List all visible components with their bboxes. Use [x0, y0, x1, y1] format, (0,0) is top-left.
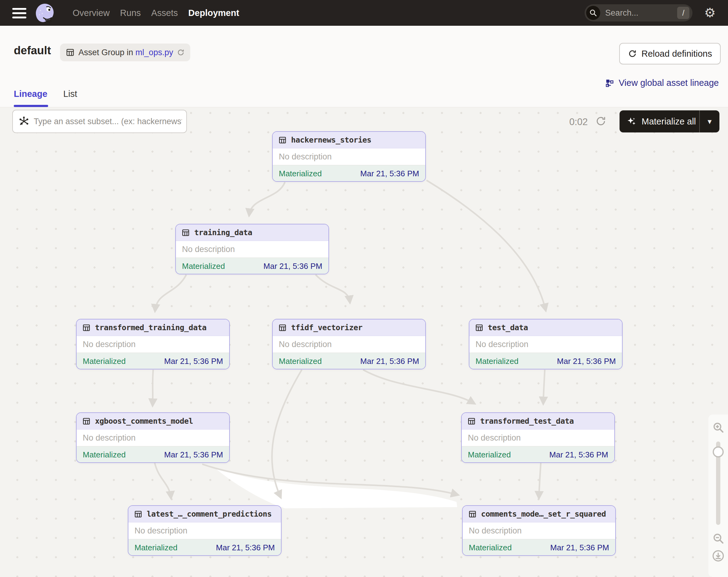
- asset-status: Materialized: [279, 169, 322, 178]
- tab-list[interactable]: List: [63, 89, 77, 107]
- table-icon: [278, 136, 287, 144]
- asset-node-training-data[interactable]: training_data No description Materialize…: [175, 224, 329, 274]
- table-icon: [467, 417, 476, 426]
- zoom-slider[interactable]: [716, 442, 720, 525]
- sparkle-icon: [626, 116, 637, 127]
- hamburger-menu-icon[interactable]: [12, 8, 27, 18]
- asset-timestamp[interactable]: Mar 21, 5:36 PM: [216, 543, 275, 552]
- zoom-in-icon[interactable]: [712, 421, 724, 433]
- chevron-down-icon[interactable]: ▾: [700, 117, 720, 126]
- asset-description: No description: [469, 336, 622, 353]
- nav-item-deployment[interactable]: Deployment: [188, 8, 239, 18]
- reload-definitions-button[interactable]: Reload definitions: [619, 43, 721, 65]
- asset-name: test_data: [488, 323, 528, 332]
- chip-prefix: Asset Group in: [78, 48, 133, 57]
- asset-status: Materialized: [83, 356, 126, 366]
- asset-node-latest-comment-predictions[interactable]: latest_…_comment_predictions No descript…: [128, 505, 282, 556]
- settings-gear-icon[interactable]: ⚙: [704, 6, 716, 19]
- asset-timestamp[interactable]: Mar 21, 5:36 PM: [164, 450, 223, 459]
- asset-status: Materialized: [475, 356, 518, 366]
- reload-definitions-label: Reload definitions: [641, 49, 712, 59]
- asset-timestamp[interactable]: Mar 21, 5:36 PM: [360, 169, 419, 178]
- materialize-all-button[interactable]: Materialize all ▾: [620, 110, 720, 132]
- table-icon: [181, 228, 190, 237]
- nav-item-runs[interactable]: Runs: [120, 8, 141, 18]
- asset-timestamp[interactable]: Mar 21, 5:36 PM: [549, 450, 608, 459]
- table-icon: [468, 510, 477, 519]
- search-placeholder: Search...: [605, 8, 677, 18]
- asset-name: latest_…_comment_predictions: [147, 509, 271, 519]
- download-image-icon[interactable]: [712, 549, 725, 562]
- asset-timestamp[interactable]: Mar 21, 5:36 PM: [263, 261, 322, 271]
- zoom-out-icon[interactable]: [712, 532, 724, 545]
- lineage-canvas[interactable]: 0:02 Materialize all ▾ hackernews_storie…: [0, 107, 728, 577]
- asset-timestamp[interactable]: Mar 21, 5:36 PM: [550, 543, 609, 552]
- refresh-icon[interactable]: [177, 48, 185, 56]
- chip-file-link[interactable]: ml_ops.py: [135, 48, 173, 57]
- asset-description: No description: [463, 522, 615, 539]
- table-icon: [82, 417, 91, 426]
- asset-status: Materialized: [468, 450, 511, 459]
- page-header: default Asset Group in ml_ops.py Reload …: [0, 26, 728, 107]
- asset-description: No description: [77, 429, 229, 446]
- nav-links: Overview Runs Assets Deployment: [73, 0, 239, 26]
- table-icon: [82, 323, 91, 332]
- asset-description: No description: [273, 148, 425, 165]
- asset-node-transformed-training-data[interactable]: transformed_training_data No description…: [76, 319, 230, 370]
- lineage-graph-icon: [605, 78, 614, 88]
- asset-description: No description: [77, 336, 229, 353]
- materialize-all-label: Materialize all: [642, 117, 699, 127]
- asset-status: Materialized: [134, 543, 177, 552]
- asset-timestamp[interactable]: Mar 21, 5:36 PM: [557, 356, 616, 366]
- dagster-app: Overview Runs Assets Deployment Search..…: [0, 0, 728, 577]
- asset-node-test-data[interactable]: test_data No description MaterializedMar…: [469, 319, 623, 370]
- asset-status: Materialized: [279, 356, 322, 366]
- asset-status: Materialized: [469, 543, 512, 552]
- asset-description: No description: [273, 336, 425, 353]
- asset-selection-icon: [18, 116, 29, 127]
- asset-status: Materialized: [182, 261, 225, 271]
- nav-item-assets[interactable]: Assets: [151, 8, 178, 18]
- asset-name: comments_mode…_set_r_squared: [481, 509, 606, 519]
- asset-name: tfidf_vectorizer: [291, 323, 362, 332]
- nav-item-overview[interactable]: Overview: [73, 8, 110, 18]
- asset-description: No description: [176, 241, 329, 257]
- table-icon: [475, 323, 484, 332]
- asset-subset-input[interactable]: [34, 117, 182, 126]
- asset-name: xgboost_comments_model: [95, 417, 193, 426]
- asset-description: No description: [128, 522, 281, 539]
- dagster-octopus-logo[interactable]: [34, 2, 55, 23]
- table-icon: [66, 48, 75, 57]
- asset-node-transformed-test-data[interactable]: transformed_test_data No description Mat…: [461, 412, 615, 463]
- tab-lineage[interactable]: Lineage: [14, 89, 48, 107]
- asset-name: transformed_training_data: [95, 323, 207, 332]
- asset-subset-filter[interactable]: [12, 110, 187, 133]
- nav-right-group: Search... / ⚙: [584, 0, 716, 26]
- asset-node-hackernews-stories[interactable]: hackernews_stories No description Materi…: [272, 131, 426, 182]
- page-title: default: [14, 44, 51, 57]
- asset-group-chip[interactable]: Asset Group in ml_ops.py: [60, 44, 190, 61]
- table-icon: [278, 323, 287, 332]
- asset-status: Materialized: [83, 450, 126, 459]
- view-global-asset-lineage-link[interactable]: View global asset lineage: [605, 78, 719, 88]
- asset-node-comments-model-test-set-r-squared[interactable]: comments_mode…_set_r_squared No descript…: [462, 505, 616, 556]
- refresh-icon[interactable]: [595, 115, 607, 127]
- search-shortcut-badge: /: [677, 7, 690, 19]
- asset-name: training_data: [194, 228, 252, 237]
- global-search[interactable]: Search... /: [584, 4, 693, 22]
- view-tabs: Lineage List: [14, 89, 77, 107]
- asset-node-tfidf-vectorizer[interactable]: tfidf_vectorizer No description Material…: [272, 319, 426, 370]
- asset-description: No description: [462, 429, 614, 446]
- refresh-timer: 0:02: [569, 117, 588, 128]
- refresh-icon: [628, 49, 637, 58]
- asset-timestamp[interactable]: Mar 21, 5:36 PM: [360, 356, 419, 366]
- asset-name: hackernews_stories: [291, 135, 371, 144]
- asset-name: transformed_test_data: [480, 417, 574, 426]
- zoom-controls-panel: [708, 415, 728, 577]
- asset-timestamp[interactable]: Mar 21, 5:36 PM: [164, 356, 223, 366]
- search-icon: [586, 6, 600, 20]
- top-nav: Overview Runs Assets Deployment Search..…: [0, 0, 728, 26]
- table-icon: [134, 510, 142, 519]
- asset-node-xgboost-comments-model[interactable]: xgboost_comments_model No description Ma…: [76, 412, 230, 463]
- zoom-slider-handle[interactable]: [713, 446, 724, 457]
